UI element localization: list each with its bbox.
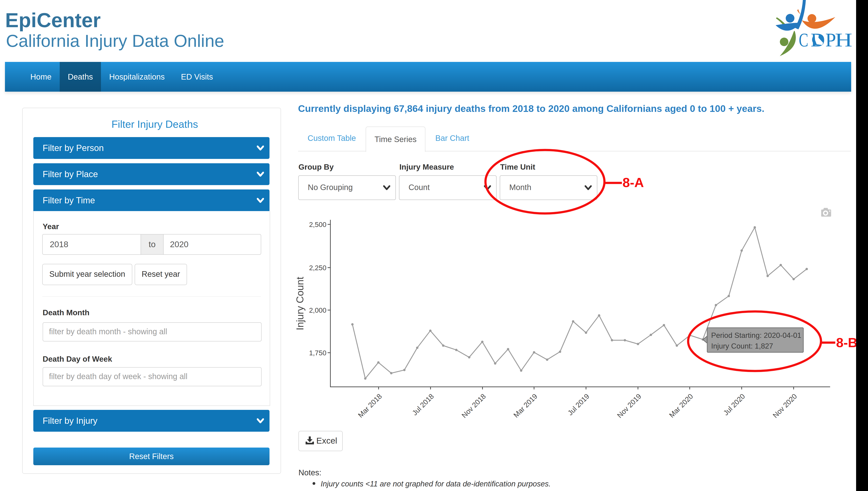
svg-text:Mar 2018: Mar 2018 — [356, 392, 384, 420]
svg-text:H: H — [835, 29, 852, 51]
svg-text:Period Starting: 2020-04-01: Period Starting: 2020-04-01 — [711, 331, 801, 340]
svg-text:Mar 2020: Mar 2020 — [667, 392, 695, 420]
svg-text:Injury Count: 1,827: Injury Count: 1,827 — [711, 342, 773, 350]
svg-text:Mar 2019: Mar 2019 — [512, 392, 539, 420]
svg-text:2,500: 2,500 — [309, 221, 326, 228]
svg-text:Injury Count: Injury Count — [295, 277, 306, 330]
svg-text:Jul 2018: Jul 2018 — [411, 392, 435, 417]
svg-text:Nov 2019: Nov 2019 — [616, 392, 643, 420]
svg-text:Jul 2020: Jul 2020 — [722, 392, 746, 417]
svg-text:8-B: 8-B — [836, 335, 858, 350]
svg-text:1,750: 1,750 — [309, 349, 326, 357]
svg-text:Jul 2019: Jul 2019 — [566, 392, 591, 417]
svg-text:Nov 2018: Nov 2018 — [460, 392, 487, 420]
svg-text:C: C — [799, 29, 808, 51]
svg-text:P: P — [826, 29, 836, 51]
svg-text:2,250: 2,250 — [309, 264, 326, 271]
svg-text:Nov 2020: Nov 2020 — [771, 392, 799, 420]
svg-text:2,000: 2,000 — [309, 306, 326, 314]
svg-text:8-A: 8-A — [623, 175, 644, 190]
